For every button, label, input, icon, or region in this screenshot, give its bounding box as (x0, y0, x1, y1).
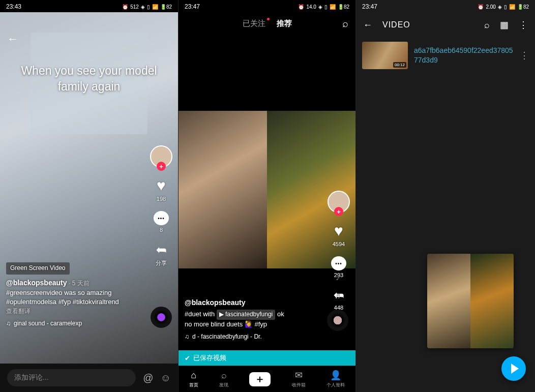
back-button[interactable]: ← (363, 20, 372, 31)
back-button[interactable]: ← (7, 33, 18, 46)
wifi-icon: ◈ (141, 4, 145, 10)
file-row[interactable]: 00:12 a6a7fb6aeb64590f22eed3780577d3d9 ⋮ (356, 38, 535, 73)
share-icon: ➦ (156, 242, 167, 258)
view-toggle-icon[interactable]: ▦ (500, 19, 509, 31)
status-time: 23:43 (6, 3, 21, 10)
video-preview-popup[interactable] (427, 254, 514, 348)
author-avatar[interactable]: + (150, 145, 172, 168)
music-title: d - fascinatedbyfungi - Dr. (192, 333, 262, 341)
music-row[interactable]: ♫ ginal sound - caramelexp (6, 319, 142, 328)
video-thumbnail: 00:12 (362, 42, 408, 69)
like-button[interactable]: ♥ 198 (157, 177, 166, 202)
sound-off-icon[interactable]: ♪ (336, 273, 340, 282)
inbox-icon: ✉ (295, 370, 303, 381)
comment-icon (331, 256, 346, 270)
status-time: 23:47 (362, 3, 377, 10)
net-speed: 512 (130, 4, 139, 10)
action-rail: + ♥ 198 8 ➦ 分享 (148, 145, 174, 267)
page-title: VIDEO (382, 20, 474, 29)
nav-inbox[interactable]: ✉收件箱 (292, 370, 306, 388)
translate-link[interactable]: 查看翻译 (6, 307, 142, 316)
net-speed: 2.00 (486, 4, 495, 10)
share-label: 分享 (156, 259, 167, 267)
effect-chip[interactable]: Green Screen Video (6, 262, 70, 274)
emoji-icon[interactable]: ☺ (161, 372, 171, 384)
sim-icon: ▯ (504, 4, 507, 10)
posted-time: · 5 天前 (69, 280, 90, 287)
saved-label: 已保存视频 (193, 353, 226, 363)
wifi-icon: ◈ (498, 4, 502, 10)
top-nav: 已关注 推荐 ⌕ (179, 12, 355, 35)
duet-left-pane (179, 111, 267, 268)
battery-icon: 🔋82 (338, 4, 349, 10)
comment-count: 8 (160, 227, 163, 233)
status-bar: 23:43 ⏰ 512 ◈ ▯ 📶 🔋82 (0, 0, 178, 12)
like-count: 198 (157, 196, 166, 202)
video-duration: 00:12 (393, 62, 406, 68)
video-description[interactable]: #duet with ▶ fascinatedbyfungi ok no mor… (185, 310, 320, 329)
music-disc[interactable] (151, 307, 172, 328)
video-info: Green Screen Video @blackopsbeauty · 5 天… (6, 262, 142, 328)
music-title: ginal sound - caramelexp (14, 319, 82, 328)
alarm-icon: ⏰ (478, 4, 484, 10)
comment-input[interactable]: 添加评论... (7, 369, 136, 386)
bottom-nav: ⌂首页 ⌕发现 ＋ ✉收件箱 👤个人资料 (179, 366, 355, 392)
comment-button[interactable]: 8 (154, 211, 169, 233)
mention-icon[interactable]: @ (143, 372, 153, 384)
author-handle[interactable]: @blackopsbeauty (6, 279, 67, 287)
nav-home[interactable]: ⌂首页 (189, 370, 198, 388)
battery-icon: 🔋82 (160, 4, 172, 10)
music-disc[interactable] (327, 310, 348, 331)
preview-left (427, 254, 470, 348)
file-name: a6a7fb6aeb64590f22eed3780577d3d9 (414, 46, 514, 65)
nav-me[interactable]: 👤个人资料 (326, 370, 345, 388)
app-bar: ← VIDEO ⌕ ▦ ⋮ (356, 12, 535, 38)
screen-file-manager: 23:47 ⏰ 2.00 ◈ ▯ 📶 🔋82 ← VIDEO ⌕ ▦ ⋮ 00:… (356, 0, 535, 392)
author-avatar[interactable]: + (328, 191, 350, 213)
video-description[interactable]: #greenscreenvideo was so amazing #opulen… (6, 288, 142, 308)
video-info: @blackopsbeauty #duet with ▶ fascinatedb… (185, 297, 320, 341)
tab-recommended[interactable]: 推荐 (277, 19, 292, 28)
search-icon[interactable]: ⌕ (484, 20, 490, 31)
signal-icon: 📶 (330, 4, 336, 10)
status-bar: 23:47 ⏰ 2.00 ◈ ▯ 📶 🔋82 (356, 0, 535, 12)
status-time: 23:47 (185, 3, 200, 10)
heart-icon: ♥ (157, 177, 166, 194)
home-icon: ⌂ (191, 370, 196, 381)
alarm-icon: ⏰ (298, 4, 304, 10)
author-handle[interactable]: @blackopsbeauty (185, 297, 320, 308)
signal-icon: 📶 (509, 4, 515, 10)
music-row[interactable]: ♫ d - fascinatedbyfungi - Dr. (185, 333, 320, 341)
file-menu-icon[interactable]: ⋮ (520, 50, 529, 61)
net-speed: 14.0 (306, 4, 316, 10)
tab-following[interactable]: 已关注 (243, 19, 265, 28)
like-button[interactable]: ♥ 4594 (333, 222, 345, 247)
comment-icon (154, 211, 169, 225)
mention-chip[interactable]: ▶ fascinatedbyfungi (217, 310, 275, 319)
nav-upload[interactable]: ＋ (249, 372, 271, 386)
sim-icon: ▯ (324, 4, 328, 10)
screen-tiktok-feed: 23:47 ⏰ 14.0 ◈ ▯ 📶 🔋82 已关注 推荐 ⌕ + ♥ 4594… (178, 0, 356, 392)
screen-tiktok-video: 23:43 ⏰ 512 ◈ ▯ 📶 🔋82 ← When you see you… (0, 0, 178, 392)
share-button[interactable]: ➦ 分享 (156, 242, 167, 267)
profile-icon: 👤 (330, 370, 341, 381)
overflow-menu-icon[interactable]: ⋮ (519, 19, 528, 31)
follow-plus-icon[interactable]: + (334, 207, 343, 216)
music-note-icon: ♫ (185, 333, 189, 341)
video-caption-overlay: When you see your model family again (0, 63, 178, 95)
preview-right (470, 254, 514, 348)
sound-icon[interactable]: ♬ (335, 291, 341, 300)
play-fab[interactable] (501, 356, 526, 381)
comment-bar: 添加评论... @ ☺ (0, 364, 178, 392)
follow-plus-icon[interactable]: + (157, 162, 166, 171)
discover-icon: ⌕ (221, 370, 227, 381)
saved-toast[interactable]: ✔ 已保存视频 (179, 350, 355, 366)
nav-discover[interactable]: ⌕发现 (219, 370, 228, 388)
search-icon[interactable]: ⌕ (342, 18, 348, 29)
alarm-icon: ⏰ (122, 4, 128, 10)
music-note-icon: ♫ (6, 319, 11, 328)
check-icon: ✔ (185, 354, 190, 362)
heart-icon: ♥ (334, 222, 343, 239)
signal-icon: 📶 (152, 4, 158, 10)
status-bar: 23:47 ⏰ 14.0 ◈ ▯ 📶 🔋82 (179, 0, 355, 12)
